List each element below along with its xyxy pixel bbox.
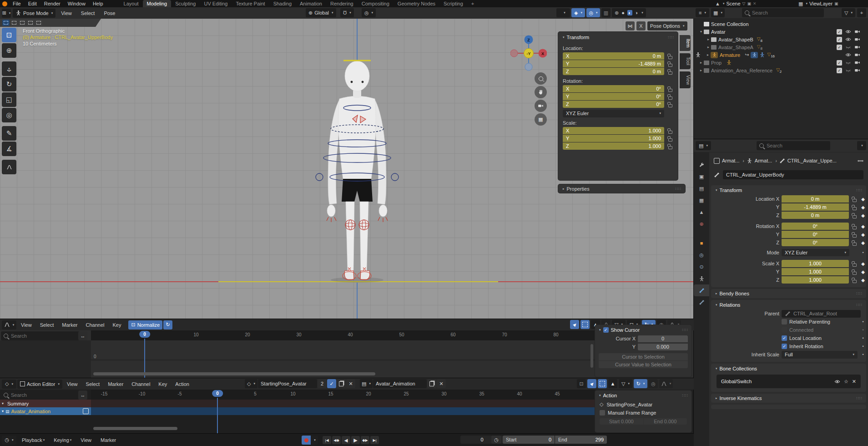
rotation-y-field[interactable]: Y0° <box>563 93 664 100</box>
disable-render-icon[interactable] <box>854 44 860 50</box>
select-mode-extend[interactable] <box>10 20 18 26</box>
timeline-clock-button[interactable]: ◷▾ <box>2 436 16 445</box>
only-selected-icon[interactable]: ▶ <box>570 320 579 329</box>
bendy-bones-panel[interactable]: ▸Bendy Bones∷∷ <box>711 289 866 298</box>
location-x-field[interactable]: X0 m <box>563 52 664 60</box>
keyframe-button[interactable]: ◆ <box>860 205 866 210</box>
lock-icon[interactable] <box>851 196 858 202</box>
breadcrumb-object[interactable]: Armat... <box>722 158 740 163</box>
select-mode-invert[interactable] <box>27 20 34 26</box>
keyframe-button[interactable]: ◆ <box>860 269 866 274</box>
transform-tool[interactable]: ◎ <box>2 108 16 122</box>
bone-collection-row[interactable]: Global/Switch ☆ ✕ <box>717 375 861 388</box>
dopesheet-body[interactable]: ↔ -15 -10 -5 5 10 15 20 25 30 35 40 45 0… <box>0 390 693 433</box>
cursor-value-to-selection-button[interactable]: Cursor Value to Selection <box>599 361 688 368</box>
hide-eye-closed-icon[interactable] <box>845 67 851 73</box>
tab-item[interactable]: Item <box>680 35 691 51</box>
next-keyframe-button[interactable]: ◆▶ <box>361 436 369 444</box>
collection-checkbox[interactable]: ✓ <box>837 45 842 50</box>
graph-editor-body[interactable]: ↔ 10 20 30 40 50 60 70 80 0 0 ▾ ✓ Show C… <box>0 330 693 378</box>
action-name-field[interactable]: StartingPose_Avatar <box>258 379 317 388</box>
rotation-mode-dropdown[interactable]: XYZ Euler▾ <box>563 110 664 117</box>
n-panel-properties-collapsed[interactable]: ▸Properties ∷∷ <box>558 184 685 193</box>
select-mode-set[interactable] <box>2 20 10 26</box>
rotation-z-field[interactable]: Z0° <box>563 101 664 108</box>
parent-field[interactable]: CTRL_Avatar_Root <box>782 310 861 318</box>
tab-tool[interactable]: Tool <box>680 53 691 69</box>
scale-x-field[interactable]: X1.000 <box>563 127 664 134</box>
tab-view-layer[interactable]: ▦ <box>694 194 709 206</box>
selected-keyframe-band[interactable] <box>91 407 595 415</box>
dope-menu-marker[interactable]: Marker <box>104 378 127 390</box>
show-errors-icon[interactable]: ▲ <box>608 379 617 388</box>
graph-menu-select[interactable]: Select <box>36 319 58 330</box>
workspace-tab-sculpting[interactable]: Sculpting <box>171 0 200 7</box>
shading-rendered-icon[interactable]: ◑ <box>635 10 638 15</box>
hide-eye-icon[interactable] <box>845 29 851 35</box>
mirror-butterfly-icon[interactable]: ⋈ <box>626 21 635 30</box>
workspace-tab-modeling[interactable]: Modeling <box>143 0 172 7</box>
keyframe-button[interactable]: ◆ <box>860 278 866 283</box>
solo-star-icon[interactable]: ☆ <box>844 379 848 385</box>
properties-search[interactable] <box>757 141 830 150</box>
tab-output[interactable]: ▤ <box>694 182 709 194</box>
lock-icon[interactable] <box>851 231 858 238</box>
show-cursor-checkbox[interactable]: ✓ <box>603 327 609 333</box>
lock-icon[interactable] <box>851 223 858 229</box>
rotation-mode-dropdown[interactable]: XYZ Euler▾ <box>782 249 849 256</box>
menu-file[interactable]: File <box>9 0 25 7</box>
location-x-field[interactable]: 0 m <box>782 195 849 203</box>
new-scene-icon[interactable]: ▣ <box>747 1 752 6</box>
breadcrumb-bone[interactable]: CTRL_Avatar_Uppe... <box>787 158 837 163</box>
bone-name-field[interactable]: CTRL_Avatar_UpperBody <box>723 170 863 179</box>
scale-z-field[interactable]: Z1.000 <box>563 142 664 150</box>
channel-summary[interactable]: ▾ Summary <box>0 400 91 407</box>
relative-parenting-checkbox[interactable] <box>782 319 787 324</box>
properties-search-input[interactable] <box>766 142 813 149</box>
collection-checkbox[interactable]: ✓ <box>837 60 842 66</box>
cursor-to-selection-button[interactable]: Cursor to Selection <box>599 353 688 360</box>
lock-icon[interactable] <box>667 61 673 67</box>
lock-icon[interactable] <box>851 239 858 246</box>
mode-selector[interactable]: Pose Mode ▾ <box>13 9 56 18</box>
tab-constraints[interactable]: ◎ <box>694 249 709 261</box>
lock-icon[interactable] <box>851 269 858 275</box>
keyframe-button[interactable]: ◆ <box>860 197 866 202</box>
cursor-tool[interactable]: ⊕ <box>2 43 16 58</box>
inherit-rotation-checkbox[interactable]: ✓ <box>782 344 787 349</box>
tab-physics[interactable]: ⊙ <box>694 261 709 273</box>
row-avatar-shapea[interactable]: ▸ Avatar_ShapeA ▽8 ✓ <box>694 43 868 51</box>
scale-y-field[interactable]: 1.000 <box>782 268 849 275</box>
lock-icon[interactable] <box>851 212 858 218</box>
xray-toggle[interactable]: ▥ <box>601 8 611 17</box>
dope-ruler[interactable]: -15 -10 -5 5 10 15 20 25 30 35 40 45 0 <box>91 390 595 400</box>
shading-wireframe-icon[interactable]: ⊕ <box>615 10 619 16</box>
dopesheet-mode-dropdown[interactable]: Action Editor▾ <box>17 380 62 389</box>
marker-menu[interactable]: Marker <box>97 434 120 446</box>
workspace-tab-geometry-nodes[interactable]: Geometry Nodes <box>394 0 439 7</box>
character-armature[interactable] <box>309 57 405 284</box>
tab-scene[interactable]: ▲ <box>694 206 709 218</box>
outliner-filter-mode-button[interactable]: ▦▾ <box>711 8 725 17</box>
shading-material-icon[interactable]: ◐ <box>627 10 632 15</box>
pin-icon[interactable] <box>856 157 864 165</box>
play-button[interactable]: ▶ <box>351 436 360 444</box>
new-viewlayer-icon[interactable]: ▣ <box>834 1 838 6</box>
play-reverse-button[interactable]: ◀ <box>342 436 350 444</box>
tab-view[interactable]: View <box>680 71 691 89</box>
keying-menu[interactable]: Keying▾ <box>50 434 75 446</box>
add-workspace-button[interactable]: + <box>467 0 478 7</box>
close-icon[interactable]: ✕ <box>753 1 757 6</box>
pose-breakdowner-tool[interactable] <box>2 160 16 174</box>
cursor-y-field[interactable]: 0.000 <box>638 344 688 350</box>
dope-menu-view[interactable]: View <box>63 378 81 390</box>
outliner-search-input[interactable] <box>751 10 803 16</box>
lock-icon[interactable] <box>667 127 673 134</box>
tab-bone[interactable] <box>694 284 709 296</box>
graph-menu-marker[interactable]: Marker <box>58 319 81 330</box>
selected-only-box-icon[interactable] <box>580 320 590 329</box>
tab-world[interactable]: ⊕ <box>694 218 709 230</box>
collapse-icon[interactable]: ▾ <box>599 328 601 332</box>
breadcrumb-armature[interactable]: Armat... <box>755 158 772 163</box>
proportional-edit-button[interactable]: ◎ <box>649 379 658 388</box>
